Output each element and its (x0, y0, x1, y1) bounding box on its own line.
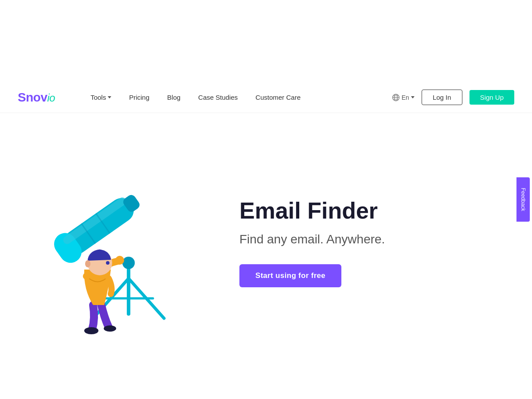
svg-point-15 (122, 257, 135, 269)
navbar: Snovio Tools Pricing Blog Case Studies C… (0, 82, 532, 113)
feedback-label: Feedback (520, 188, 526, 211)
globe-icon (392, 94, 400, 102)
lang-label: En (402, 94, 409, 101)
feedback-tab[interactable]: Feedback (516, 177, 530, 222)
hero-subtitle: Find any email. Anywhere. (239, 232, 514, 246)
logo-snov: Snov (18, 90, 47, 104)
nav-links: Tools Pricing Blog Case Studies Customer… (90, 94, 392, 101)
svg-point-21 (85, 260, 90, 267)
hero-section: Email Finder Find any email. Anywhere. S… (0, 113, 532, 399)
lang-chevron-icon (411, 96, 415, 98)
hero-title: Email Finder (239, 198, 514, 223)
svg-point-17 (104, 325, 116, 332)
lang-selector[interactable]: En (392, 94, 415, 102)
nav-blog[interactable]: Blog (167, 94, 180, 101)
svg-point-20 (106, 261, 110, 265)
telescope-illustration (35, 172, 204, 340)
login-button[interactable]: Log In (422, 90, 462, 105)
nav-case-studies[interactable]: Case Studies (198, 94, 238, 101)
signup-button[interactable]: Sign Up (469, 90, 514, 105)
logo[interactable]: Snovio (18, 90, 55, 105)
nav-tools[interactable]: Tools (90, 94, 111, 101)
svg-point-18 (115, 256, 124, 265)
svg-point-16 (84, 327, 98, 334)
logo-io: io (47, 92, 55, 104)
nav-right: En Log In Sign Up (392, 90, 514, 105)
hero-illustration (18, 172, 204, 340)
chevron-down-icon (108, 96, 111, 98)
nav-pricing[interactable]: Pricing (129, 94, 149, 101)
hero-content: Email Finder Find any email. Anywhere. S… (204, 198, 514, 314)
nav-customer-care[interactable]: Customer Care (255, 94, 301, 101)
start-free-button[interactable]: Start using for free (239, 264, 341, 287)
